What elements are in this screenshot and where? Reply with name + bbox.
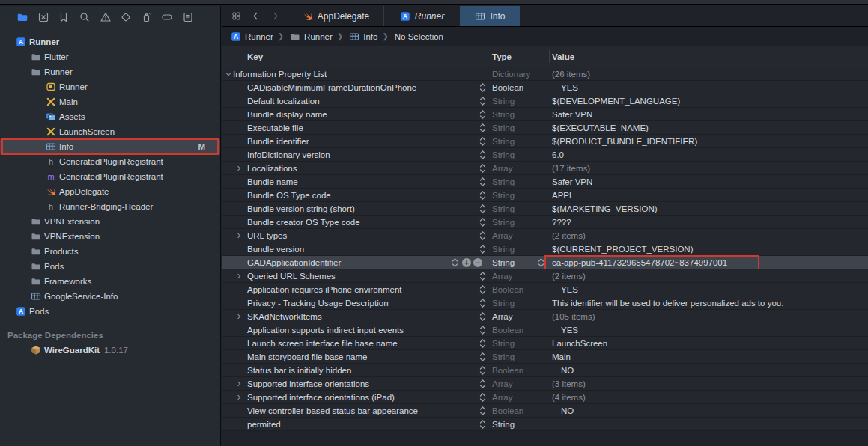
plist-type[interactable]: Array [492,391,512,404]
plist-row[interactable]: Executable file + − String $(EXECUTABLE_… [222,121,868,135]
key-stepper-icon[interactable] [477,230,488,241]
plist-value[interactable]: ca-app-pub-4117329655478702~8374997001 [552,256,865,269]
plist-type[interactable]: String [492,94,515,108]
plist-value[interactable]: This identifier will be used to deliver … [552,296,865,310]
plist-value[interactable]: LaunchScreen [552,337,865,350]
plist-key[interactable]: Application supports indirect input even… [247,323,404,337]
key-stepper-icon[interactable] [449,257,460,268]
navigator-toolbar-icon[interactable] [180,10,195,25]
key-stepper-icon[interactable] [477,204,488,214]
plist-row[interactable]: Bundle name + − String Safer VPN [222,175,868,189]
disclosure-chevron-icon[interactable] [19,262,28,271]
plist-row[interactable]: Privacy - Tracking Usage Description + −… [222,296,868,310]
tree-item[interactable]: Assets [0,109,220,124]
plist-type[interactable]: String [492,148,515,162]
tree-item[interactable]: Flutter [0,49,220,64]
plist-key[interactable]: Supported interface orientations (iPad) [247,391,395,404]
plist-value[interactable]: APPL [552,189,865,202]
plist-value[interactable]: (3 items) [552,377,865,391]
plist-key[interactable]: Bundle display name [247,108,327,121]
related-items-icon[interactable] [231,11,241,22]
plist-value[interactable]: YES [561,81,865,94]
plist-value[interactable]: $(PRODUCT_BUNDLE_IDENTIFIER) [552,135,865,148]
column-header-type[interactable]: Type [492,46,512,67]
plist-row[interactable]: Bundle version + − String $(CURRENT_PROJ… [222,242,868,256]
breadcrumb[interactable]: A Runner ❯ [231,31,285,42]
plist-type[interactable]: Boolean [492,404,523,418]
plist-row[interactable]: CADisableMinimumFrameDurationOnPhone + −… [222,81,868,94]
plist-type[interactable]: String [492,175,515,189]
key-stepper-icon[interactable] [477,136,488,147]
disclosure-chevron-icon[interactable] [19,346,28,355]
disclosure-chevron-icon[interactable] [34,127,43,136]
key-stepper-icon[interactable] [477,109,488,120]
plist-row[interactable]: GADApplicationIdentifier + − String ca-a… [222,256,868,269]
plist-type[interactable]: Array [492,310,512,323]
navigator-toolbar-icon[interactable] [36,10,51,25]
key-stepper-icon[interactable] [477,163,488,174]
plist-row[interactable]: Main storyboard file base name + − Strin… [222,350,868,364]
disclosure-chevron-icon[interactable] [34,97,43,106]
tree-item[interactable]: Runner [0,64,220,79]
key-stepper-icon[interactable] [477,352,488,362]
plist-key[interactable]: Executable file [247,121,303,135]
plist-value[interactable]: $(MARKETING_VERSION) [552,202,865,216]
key-stepper-icon[interactable] [477,365,488,376]
editor-tab[interactable]: Info [460,6,520,26]
plist-type[interactable]: String [492,135,515,148]
plist-row[interactable]: Application supports indirect input even… [222,323,868,337]
breadcrumb[interactable]: Info ❯ [349,31,389,42]
key-stepper-icon[interactable] [477,96,488,106]
plist-value[interactable]: Safer VPN [552,175,865,189]
column-header-key[interactable]: Key [247,46,263,67]
plist-row[interactable]: Supported interface orientations (iPad) … [222,391,868,404]
disclosure-chevron-icon[interactable] [19,67,28,76]
plist-key[interactable]: Information Property List [233,67,327,81]
plist-value[interactable]: (4 items) [552,391,865,404]
tree-item[interactable]: h GeneratedPluginRegistrant [0,154,220,169]
plist-value[interactable]: NO [561,364,865,377]
key-stepper-icon[interactable] [477,177,488,187]
column-header-value[interactable]: Value [552,46,574,67]
navigator-toolbar-icon[interactable] [118,10,133,25]
plist-row[interactable]: SKAdNetworkItems + − Array (105 items) [222,310,868,323]
key-stepper-icon[interactable] [477,379,488,389]
disclosure-chevron-icon[interactable] [19,247,28,256]
back-button-icon[interactable] [250,11,261,22]
plist-key[interactable]: Launch screen interface file base name [247,337,398,350]
plist-key[interactable]: CADisableMinimumFrameDurationOnPhone [247,81,416,94]
editor-tab[interactable]: AppDelegate [288,6,383,26]
plist-value[interactable]: (105 items) [552,310,865,323]
plist-key[interactable]: Supported interface orientations [247,377,369,391]
tree-item[interactable]: VPNExtension [0,229,220,244]
disclosure-chevron-icon[interactable] [19,217,28,226]
key-stepper-icon[interactable] [477,244,488,254]
disclosure-chevron-icon[interactable] [234,231,243,240]
plist-key[interactable]: Bundle version string (short) [247,202,355,216]
remove-row-button[interactable]: − [473,258,482,267]
plist-row[interactable]: permited + − String [222,418,868,431]
key-stepper-icon[interactable] [477,311,488,322]
disclosure-chevron-icon[interactable] [224,70,233,79]
key-stepper-icon[interactable] [477,271,488,281]
navigator-toolbar-icon[interactable] [160,10,174,25]
plist-type[interactable]: String [492,337,515,350]
breadcrumb[interactable]: Runner ❯ [290,31,344,42]
plist-key[interactable]: View controller-based status bar appeara… [247,404,418,418]
plist-key[interactable]: Bundle identifier [247,135,309,148]
tree-item[interactable]: LaunchScreen [0,124,220,139]
disclosure-chevron-icon[interactable] [4,37,13,46]
key-stepper-icon[interactable] [477,123,488,133]
disclosure-chevron-icon[interactable] [234,312,243,321]
tree-item[interactable]: Pods [0,259,220,274]
plist-value[interactable]: $(DEVELOPMENT_LANGUAGE) [552,94,865,108]
forward-button-icon[interactable] [270,11,280,22]
key-stepper-icon[interactable] [477,392,488,403]
plist-key[interactable]: URL types [247,229,287,242]
plist-type[interactable]: String [492,418,515,431]
plist-type[interactable]: Array [492,377,512,391]
tree-item[interactable]: AppDelegate [0,184,220,199]
plist-value[interactable]: YES [561,283,865,296]
tree-item[interactable]: Products [0,244,220,259]
plist-row[interactable]: Bundle version string (short) + − String… [222,202,868,216]
